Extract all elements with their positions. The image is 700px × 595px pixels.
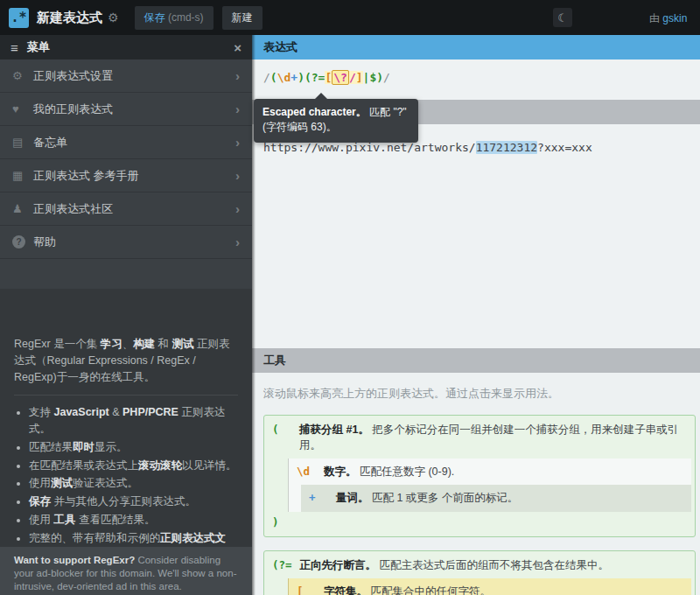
regex-token[interactable]: / <box>349 71 356 84</box>
ad-notice: Want to support RegExr? Consider disabli… <box>0 547 252 595</box>
token-group-open: ( <box>272 422 291 438</box>
explain-desc: 正向先行断言。 匹配主表达式后面的组而不将其包含在结果中。 <box>300 557 609 573</box>
explain-row-lookahead-open[interactable]: (?= 正向先行断言。 匹配主表达式后面的组而不将其包含在结果中。 <box>264 552 691 578</box>
chevron-right-icon: › <box>235 168 240 183</box>
close-icon[interactable]: × <box>234 40 242 55</box>
sidebar-item-settings[interactable]: ⚙ 正则表达式设置 › <box>0 60 252 93</box>
chevron-right-icon: › <box>235 135 240 150</box>
heart-icon: ♥ <box>12 102 33 116</box>
regex-token[interactable]: (?= <box>304 71 325 84</box>
sidebar-item-label: 正则表达式 参考手册 <box>33 168 235 184</box>
regex-token[interactable]: ] <box>356 71 363 84</box>
sidebar-item-label: 帮助 <box>33 234 235 250</box>
list-item: 匹配结果即时显示。 <box>29 439 238 456</box>
list-item: 支持 JavaScript & PHP/PCRE 正则表达式。 <box>29 404 238 438</box>
logo-glyph: .* <box>10 10 26 25</box>
community-icon: ♟ <box>12 202 33 215</box>
theme-toggle-button[interactable]: ☾ <box>553 8 572 27</box>
tools-header-label: 工具 <box>263 354 286 367</box>
token-quantifier: + <box>309 490 328 506</box>
sidebar-item-label: 我的正则表达式 <box>33 102 235 117</box>
explain-desc: 数字。 匹配任意数字 (0-9). <box>324 464 454 480</box>
expression-header: 表达式 <box>252 35 700 60</box>
sample-after: ?xxx=xxx <box>537 141 592 154</box>
explain-group-box: ( 捕获分组 #1。 把多个标记分在同一组并创建一个捕获分组，用来创建子串或引用… <box>263 415 696 537</box>
sidebar-item-community[interactable]: ♟ 正则表达式社区 › <box>0 192 252 226</box>
credit-link[interactable]: gskin <box>662 12 687 24</box>
sidebar: ≡ 菜单 × ⚙ 正则表达式设置 › ♥ 我的正则表达式 › ▤ 备忘单 › ▦… <box>0 35 252 595</box>
explain-desc: 字符集。 匹配集合中的任何字符。 <box>324 584 491 595</box>
gear-icon: ⚙ <box>12 69 33 82</box>
divider <box>14 395 238 396</box>
save-button-label: 保存 <box>144 11 165 24</box>
token-digit: \d <box>297 464 316 480</box>
sidebar-item-help[interactable]: ? 帮助 › <box>0 226 252 259</box>
regex-token[interactable]: \? <box>332 70 349 85</box>
sample-text[interactable]: https://www.pixiv.net/artworks/117212312… <box>263 141 700 154</box>
sidebar-item-label: 正则表达式社区 <box>33 201 235 217</box>
list-item: 使用测试验证表达式。 <box>29 475 238 492</box>
list-item: 在匹配结果或表达式上滚动滚轮以见详情。 <box>29 458 238 474</box>
menu-title: 菜单 <box>27 39 234 55</box>
explain-lookahead-box: (?= 正向先行断言。 匹配主表达式后面的组而不将其包含在结果中。 [ 字符集。… <box>263 550 696 595</box>
explain-row-charset[interactable]: [ 字符集。 匹配集合中的任何字符。 <box>289 578 691 595</box>
explain-row-group-open[interactable]: ( 捕获分组 #1。 把多个标记分在同一组并创建一个捕获分组，用来创建子串或引用… <box>264 416 691 458</box>
regex-token[interactable]: + <box>290 71 298 84</box>
menu-section: ≡ 菜单 × ⚙ 正则表达式设置 › ♥ 我的正则表达式 › ▤ 备忘单 › ▦… <box>0 35 252 289</box>
new-button-label: 新建 <box>232 11 253 24</box>
topbar: .* 新建表达式 ⚙ 保存 (cmd-s) 新建 ☾ 由 gskin <box>0 0 700 35</box>
tools-header: 工具 <box>252 348 700 373</box>
explain-row-group-close[interactable]: ) <box>264 512 691 536</box>
regexr-logo[interactable]: .* <box>9 8 29 28</box>
chevron-right-icon: › <box>235 234 240 249</box>
list-item: 保存 并与其他人分享正则表达式。 <box>29 494 238 510</box>
sidebar-item-label: 正则表达式设置 <box>33 68 235 84</box>
token-lookahead-open: (?= <box>272 557 292 573</box>
text-editor[interactable]: https://www.pixiv.net/artworks/117212312… <box>252 124 700 348</box>
save-button[interactable]: 保存 (cmd-s) <box>135 6 214 30</box>
sample-before: https://www.pixiv.net/artworks/ <box>263 141 476 154</box>
sidebar-item-my-patterns[interactable]: ♥ 我的正则表达式 › <box>0 93 252 126</box>
regex-token[interactable]: ) <box>298 71 304 84</box>
explain-group-children: \d 数字。 匹配任意数字 (0-9). + 量词。 匹配 1 或更多 个前面的… <box>288 458 691 511</box>
main-panel: 表达式 /(\d+)(?=[\?/]|$)/ https://www.pixiv… <box>252 35 700 595</box>
menu-header: ≡ 菜单 × <box>0 35 252 60</box>
moon-icon: ☾ <box>557 11 568 24</box>
regex-token[interactable]: / <box>263 71 270 84</box>
expression-header-label: 表达式 <box>263 40 298 53</box>
regex-token[interactable]: ( <box>270 71 277 84</box>
token-tooltip: Escaped character。 匹配 "?" (字符编码 63)。 <box>254 99 418 143</box>
explain-row-digit[interactable]: \d 数字。 匹配任意数字 (0-9). <box>289 458 691 485</box>
help-icon: ? <box>12 235 25 248</box>
chevron-right-icon: › <box>235 201 240 216</box>
expression-line[interactable]: /(\d+)(?=[\?/]|$)/ <box>263 71 390 84</box>
cheatsheet-icon: ▤ <box>12 136 33 149</box>
explain-desc: 量词。 匹配 1 或更多 个前面的标记。 <box>336 490 518 506</box>
regex-token[interactable]: / <box>383 71 390 84</box>
regex-token[interactable]: ) <box>376 71 383 84</box>
explain-set-children: [ 字符集。 匹配集合中的任何字符。 \? Escaped character。… <box>288 578 691 595</box>
credit: 由 gskin <box>649 11 687 26</box>
explain-hint: 滚动鼠标来高亮上方的正则表达式。通过点击来显示用法。 <box>263 386 700 402</box>
sidebar-item-cheatsheet[interactable]: ▤ 备忘单 › <box>0 126 252 159</box>
token-set-open: [ <box>297 584 316 595</box>
explain-panel: 滚动鼠标来高亮上方的正则表达式。通过点击来显示用法。 ( 捕获分组 #1。 把多… <box>252 373 700 595</box>
edit-title-gear-icon[interactable]: ⚙ <box>108 10 119 24</box>
save-shortcut: (cmd-s) <box>168 11 204 24</box>
sidebar-item-reference[interactable]: ▦ 正则表达式 参考手册 › <box>0 159 252 192</box>
chevron-right-icon: › <box>235 102 240 116</box>
token-group-close: ) <box>272 514 291 530</box>
reference-book-icon: ▦ <box>12 169 33 182</box>
regex-token[interactable]: \d <box>277 71 291 84</box>
new-button[interactable]: 新建 <box>222 6 262 30</box>
match-highlight: 117212312 <box>476 141 537 154</box>
explain-row-quantifier[interactable]: + 量词。 匹配 1 或更多 个前面的标记。 <box>301 485 691 511</box>
sidebar-description: RegExr 是一个集 学习、构建 和 测试 正则表达式（Regular Exp… <box>0 324 252 547</box>
chevron-right-icon: › <box>235 68 240 83</box>
list-item: 使用 工具 查看匹配结果。 <box>29 512 238 528</box>
pattern-title: 新建表达式 <box>37 10 102 26</box>
intro-paragraph: RegExr 是一个集 学习、构建 和 测试 正则表达式（Regular Exp… <box>14 336 238 385</box>
sidebar-item-label: 备忘单 <box>33 135 235 150</box>
menu-list-icon: ≡ <box>10 40 18 55</box>
explain-desc: 捕获分组 #1。 把多个标记分在同一组并创建一个捕获分组，用来创建子串或引用。 <box>299 422 686 453</box>
